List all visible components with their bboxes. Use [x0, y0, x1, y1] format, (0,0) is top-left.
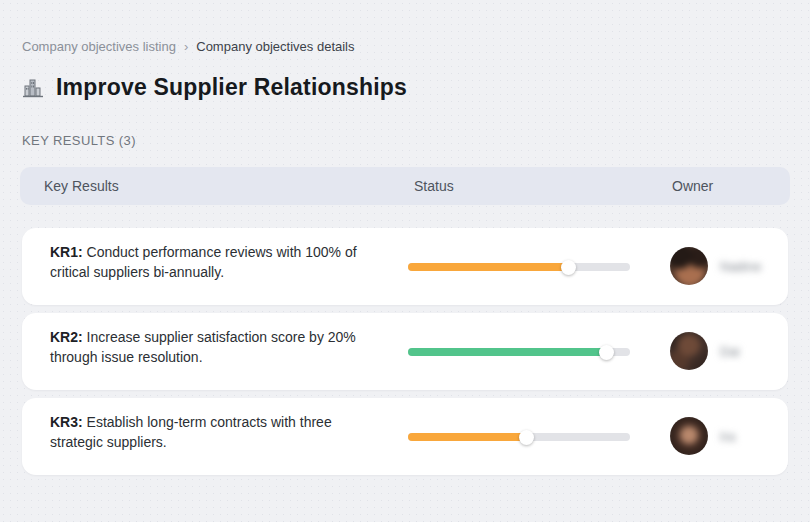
key-result-row-kr3[interactable]: KR3: Establish long-term contracts with … — [22, 398, 788, 475]
progress-thumb[interactable] — [599, 345, 614, 360]
section-label: KEY RESULTS (3) — [22, 133, 136, 148]
kr-label: KR3: — [50, 414, 83, 430]
column-header-owner: Owner — [672, 178, 713, 194]
progress-thumb[interactable] — [561, 260, 576, 275]
page-title: Improve Supplier Relationships — [56, 74, 407, 101]
buildings-icon — [22, 76, 46, 100]
kr-description: KR1: Conduct performance reviews with 10… — [50, 242, 384, 282]
breadcrumb: Company objectives listing › Company obj… — [22, 39, 355, 54]
owner-cell: Nadine — [670, 247, 761, 285]
table-header: Key Results Status Owner — [20, 167, 790, 205]
key-result-row-kr2[interactable]: KR2: Increase supplier satisfaction scor… — [22, 313, 788, 390]
owner-cell: Ira — [670, 417, 735, 455]
breadcrumb-item-listing[interactable]: Company objectives listing — [22, 39, 176, 54]
column-header-status: Status — [414, 178, 454, 194]
owner-name: Ira — [720, 429, 735, 444]
owner-cell: Dai — [670, 332, 740, 370]
kr-label: KR2: — [50, 329, 83, 345]
progress-fill — [408, 348, 606, 356]
progress-thumb[interactable] — [519, 430, 534, 445]
kr-text: Establish long-term contracts with three… — [50, 414, 332, 450]
kr-text: Increase supplier satisfaction score by … — [50, 329, 356, 365]
avatar — [670, 247, 708, 285]
progress-slider[interactable] — [408, 263, 630, 271]
kr-description: KR2: Increase supplier satisfaction scor… — [50, 327, 384, 367]
kr-text: Conduct performance reviews with 100% of… — [50, 244, 357, 280]
page-title-row: Improve Supplier Relationships — [22, 74, 407, 101]
column-header-key-results: Key Results — [44, 178, 119, 194]
owner-name: Nadine — [720, 259, 761, 274]
chevron-right-icon: › — [184, 39, 188, 54]
avatar — [670, 332, 708, 370]
key-result-row-kr1[interactable]: KR1: Conduct performance reviews with 10… — [22, 228, 788, 305]
progress-slider[interactable] — [408, 348, 630, 356]
breadcrumb-item-details: Company objectives details — [196, 39, 354, 54]
progress-fill — [408, 433, 526, 441]
kr-label: KR1: — [50, 244, 83, 260]
progress-slider[interactable] — [408, 433, 630, 441]
progress-fill — [408, 263, 568, 271]
avatar — [670, 417, 708, 455]
owner-name: Dai — [720, 344, 740, 359]
kr-description: KR3: Establish long-term contracts with … — [50, 412, 384, 452]
